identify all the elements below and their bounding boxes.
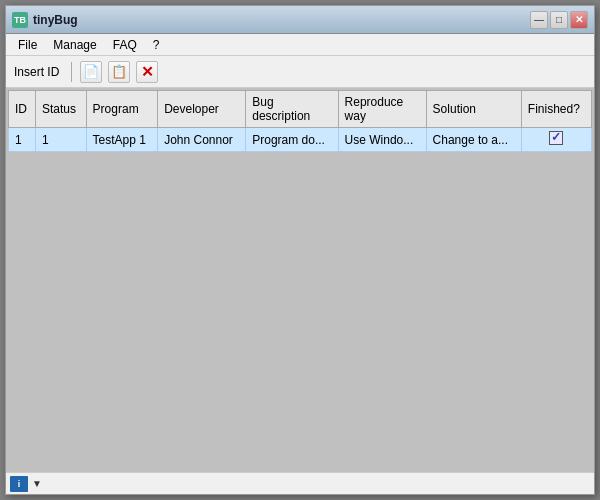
statusbar: i ▼ [6,472,594,494]
status-icon: i [10,476,28,492]
cell-id: 1 [9,128,36,152]
titlebar-left: TB tinyBug [12,12,78,28]
col-header-reproduce-way: Reproduceway [338,91,426,128]
titlebar: TB tinyBug — □ ✕ [6,6,594,34]
table-header-row: ID Status Program Developer Bugdescripti… [9,91,592,128]
menu-faq[interactable]: FAQ [105,36,145,54]
col-header-bug-description: Bugdescription [246,91,338,128]
delete-record-button[interactable]: ✕ [136,61,158,83]
col-header-program: Program [86,91,158,128]
toolbar-divider [71,62,72,82]
new-record-button[interactable]: 📄 [80,61,102,83]
col-header-solution: Solution [426,91,521,128]
table-container: ID Status Program Developer Bugdescripti… [6,88,594,472]
menu-help[interactable]: ? [145,36,168,54]
finished-checkbox[interactable] [549,131,563,145]
minimize-button[interactable]: — [530,11,548,29]
delete-icon: ✕ [141,63,154,81]
close-button[interactable]: ✕ [570,11,588,29]
col-header-finished: Finished? [521,91,591,128]
table-body: 11TestApp 1John ConnorProgram do...Use W… [9,128,592,152]
toolbar: Insert ID 📄 📋 ✕ [6,56,594,88]
cell-reproduce-way: Use Windo... [338,128,426,152]
menubar: File Manage FAQ ? [6,34,594,56]
toolbar-label: Insert ID [14,65,59,79]
main-window: TB tinyBug — □ ✕ File Manage FAQ ? Inser… [5,5,595,495]
cell-status: 1 [35,128,86,152]
col-header-status: Status [35,91,86,128]
cell-bug-description: Program do... [246,128,338,152]
col-header-developer: Developer [158,91,246,128]
maximize-button[interactable]: □ [550,11,568,29]
menu-manage[interactable]: Manage [45,36,104,54]
open-record-button[interactable]: 📋 [108,61,130,83]
cell-program: TestApp 1 [86,128,158,152]
table-row[interactable]: 11TestApp 1John ConnorProgram do...Use W… [9,128,592,152]
app-icon: TB [12,12,28,28]
col-header-id: ID [9,91,36,128]
open-icon: 📋 [111,64,127,79]
menu-file[interactable]: File [10,36,45,54]
titlebar-buttons: — □ ✕ [530,11,588,29]
cell-developer: John Connor [158,128,246,152]
status-dropdown-arrow[interactable]: ▼ [32,478,42,489]
bugs-table: ID Status Program Developer Bugdescripti… [8,90,592,152]
cell-solution: Change to a... [426,128,521,152]
window-title: tinyBug [33,13,78,27]
cell-finished[interactable] [521,128,591,152]
new-icon: 📄 [83,64,99,79]
